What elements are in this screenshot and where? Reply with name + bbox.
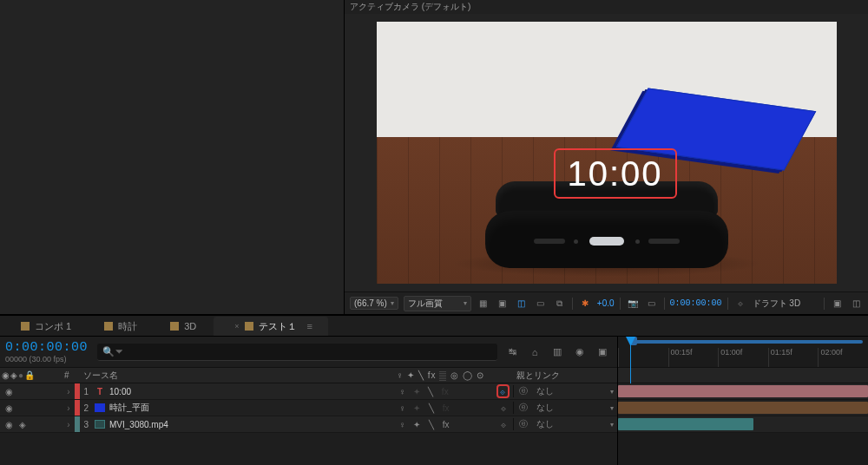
switch-quality[interactable]: ✦ bbox=[411, 418, 424, 430]
region-of-interest-icon[interactable]: ◫ bbox=[515, 297, 529, 311]
resolution-value: フル画質 bbox=[408, 298, 443, 310]
layer-row-2[interactable]: ◉›2時計_平面♀✦╲fx⟐ⓔなし▾ bbox=[0, 400, 617, 416]
panel-menu-icon[interactable]: ≡ bbox=[307, 321, 312, 331]
switch-3d[interactable]: ⟐ bbox=[496, 384, 510, 398]
switch-motionblur[interactable] bbox=[468, 385, 479, 397]
audio-toggle-icon[interactable] bbox=[16, 402, 30, 414]
shy-icon[interactable]: ↹ bbox=[504, 344, 520, 360]
switch-quality[interactable]: ✦ bbox=[411, 402, 424, 414]
resolution-dropdown[interactable]: フル画質 ▾ bbox=[404, 296, 471, 311]
clip-text[interactable] bbox=[618, 385, 868, 397]
comp-tab-コンポ 1[interactable]: コンポ 1 bbox=[5, 317, 87, 336]
switch-adjustment[interactable] bbox=[483, 402, 496, 414]
switch-3d[interactable]: ⟐ bbox=[497, 418, 510, 430]
parent-dropdown[interactable]: なし▾ bbox=[533, 385, 617, 397]
switch-draft[interactable]: ╲ bbox=[425, 418, 437, 430]
layer-search-input[interactable]: 🔍⏷ bbox=[97, 344, 497, 361]
av-toggles: ◉ bbox=[0, 402, 62, 414]
switch-3d[interactable]: ⟐ bbox=[497, 402, 510, 414]
layer-name[interactable]: 10:00 bbox=[108, 387, 393, 396]
layer-row-1[interactable]: ◉›1T10:00♀✦╲fx⟐ⓔなし▾ bbox=[0, 383, 617, 400]
switch-fx[interactable]: fx bbox=[440, 418, 452, 430]
composition-preview-panel: アクティブカメラ (デフォルト) 10:00 bbox=[344, 0, 868, 314]
switch-frameblend[interactable] bbox=[453, 385, 464, 397]
layer-row-3[interactable]: ◉◈›3MVI_3080.mp4♀✦╲fx⟐ⓔなし▾ bbox=[0, 416, 617, 433]
layer-rows: ◉›1T10:00♀✦╲fx⟐ⓔなし▾◉›2時計_平面♀✦╲fx⟐ⓔなし▾◉◈›… bbox=[0, 383, 617, 433]
renderer-icon[interactable]: ▣ bbox=[830, 297, 844, 311]
switch-fx[interactable]: fx bbox=[439, 385, 450, 397]
switch-fx[interactable]: fx bbox=[440, 402, 452, 414]
twirl-icon[interactable]: › bbox=[62, 403, 75, 413]
pickwhip-icon[interactable]: ⓔ bbox=[519, 418, 528, 430]
col-source[interactable]: ソース名 bbox=[80, 370, 393, 382]
preview-timecode[interactable]: 0:00:00:00 bbox=[670, 298, 722, 308]
comp-marker-icon[interactable]: ⌂ bbox=[527, 344, 542, 360]
switch-motionblur[interactable] bbox=[469, 418, 481, 430]
color-management-icon[interactable]: ✱ bbox=[578, 297, 592, 311]
pickwhip-icon[interactable]: ⓔ bbox=[519, 402, 528, 414]
col-index: # bbox=[61, 370, 80, 380]
track-2[interactable] bbox=[618, 400, 868, 416]
switch-transform[interactable]: ♀ bbox=[397, 385, 408, 397]
video-toggle-icon[interactable]: ◉ bbox=[2, 402, 16, 414]
switch-draft[interactable]: ╲ bbox=[425, 402, 437, 414]
switch-frameblend[interactable] bbox=[455, 418, 467, 430]
twirl-icon[interactable]: › bbox=[62, 387, 75, 396]
switch-motionblur[interactable] bbox=[469, 402, 481, 414]
solo-toggle-icon[interactable] bbox=[30, 385, 43, 397]
parent-dropdown[interactable]: なし▾ bbox=[533, 418, 617, 430]
track-1[interactable] bbox=[618, 383, 868, 400]
switch-transform[interactable]: ♀ bbox=[397, 418, 409, 430]
work-area-bar[interactable] bbox=[630, 340, 863, 344]
transparency-grid-icon[interactable]: ▦ bbox=[477, 297, 490, 311]
current-time-display[interactable]: 0:00:00:00 00000 (30.00 fps) bbox=[0, 338, 97, 365]
view-layout-icon[interactable]: ◫ bbox=[849, 297, 863, 311]
mask-toggle-icon[interactable]: ▣ bbox=[496, 297, 510, 311]
switch-frameblend[interactable] bbox=[455, 402, 467, 414]
draft3d-label[interactable]: ドラフト 3D bbox=[753, 298, 801, 310]
lock-toggle-icon[interactable] bbox=[43, 418, 57, 430]
channels-icon[interactable]: ⧉ bbox=[553, 297, 567, 311]
comp-tab-テスト１[interactable]: ×テスト１≡ bbox=[214, 317, 328, 336]
switch-draft[interactable]: ╲ bbox=[425, 385, 437, 397]
comp-tab-時計[interactable]: 時計 bbox=[89, 317, 153, 336]
comp-tab-3D[interactable]: 3D bbox=[155, 317, 212, 336]
layer-name[interactable]: 時計_平面 bbox=[108, 402, 393, 414]
clip-video[interactable] bbox=[618, 418, 753, 430]
text-layer-highlight[interactable]: 10:00 bbox=[554, 148, 677, 199]
preview-viewport[interactable]: 10:00 bbox=[345, 14, 868, 291]
audio-toggle-icon[interactable] bbox=[16, 385, 30, 397]
lock-toggle-icon[interactable] bbox=[43, 385, 57, 397]
solo-toggle-icon[interactable] bbox=[30, 418, 43, 430]
exposure-value[interactable]: +0.0 bbox=[597, 298, 615, 308]
twirl-icon[interactable]: › bbox=[62, 420, 75, 429]
snapshot-icon[interactable]: 📷 bbox=[626, 297, 640, 311]
switch-transform[interactable]: ♀ bbox=[397, 402, 409, 414]
search-field[interactable] bbox=[129, 347, 492, 357]
layer-name[interactable]: MVI_3080.mp4 bbox=[108, 420, 393, 429]
lock-toggle-icon[interactable] bbox=[43, 402, 57, 414]
switch-adjustment[interactable] bbox=[483, 418, 496, 430]
zoom-dropdown[interactable]: (66.7 %) ▾ bbox=[350, 297, 398, 310]
switch-adjustment[interactable] bbox=[482, 385, 493, 397]
show-snapshot-icon[interactable]: ▭ bbox=[645, 297, 659, 311]
pickwhip-icon[interactable]: ⓔ bbox=[519, 385, 528, 397]
motion-blur-icon[interactable]: ◉ bbox=[572, 344, 588, 360]
frame-blend-icon[interactable]: ▥ bbox=[549, 344, 565, 360]
draft3d-icon[interactable]: ⟐ bbox=[733, 297, 747, 311]
col-parent: 親とリンク bbox=[513, 370, 617, 382]
composition-frame: 10:00 bbox=[377, 22, 837, 284]
graph-editor-icon[interactable]: ▣ bbox=[595, 344, 610, 360]
clip-solid[interactable] bbox=[618, 402, 868, 414]
title-safe-icon[interactable]: ▭ bbox=[534, 297, 548, 311]
audio-toggle-icon[interactable]: ◈ bbox=[16, 418, 30, 430]
ruler-tick: 01:15f bbox=[768, 348, 819, 367]
ruler-tick: ;00f bbox=[618, 348, 668, 367]
switch-quality[interactable]: ✦ bbox=[411, 385, 422, 397]
time-ruler[interactable]: ;00f00:15f01:00f01:15f02:00f bbox=[618, 337, 868, 368]
video-toggle-icon[interactable]: ◉ bbox=[2, 385, 16, 397]
solo-toggle-icon[interactable] bbox=[30, 402, 43, 414]
video-toggle-icon[interactable]: ◉ bbox=[2, 418, 16, 430]
track-3[interactable] bbox=[618, 416, 868, 433]
parent-dropdown[interactable]: なし▾ bbox=[533, 402, 617, 414]
